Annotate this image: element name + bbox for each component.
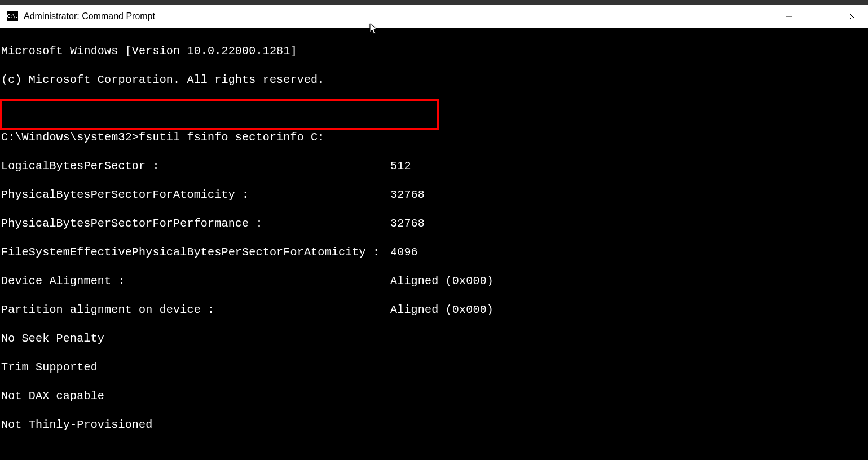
output-label: Device Alignment : <box>1 274 390 289</box>
blank-line <box>1 446 867 461</box>
output-row: PhysicalBytesPerSectorForPerformance :32… <box>1 216 867 231</box>
copyright-line: (c) Microsoft Corporation. All rights re… <box>1 73 867 87</box>
terminal-output[interactable]: Microsoft Windows [Version 10.0.22000.12… <box>0 28 868 460</box>
browser-tab-strip <box>0 0 868 5</box>
command-text: fsutil fsinfo sectorinfo C: <box>139 131 324 144</box>
window-controls <box>773 5 868 28</box>
maximize-icon <box>817 13 824 20</box>
output-flag: Trim Supported <box>1 360 867 375</box>
minimize-button[interactable] <box>773 5 805 28</box>
output-label: FileSystemEffectivePhysicalBytesPerSecto… <box>1 245 390 260</box>
os-version-line: Microsoft Windows [Version 10.0.22000.12… <box>1 44 867 59</box>
output-flag: Not Thinly-Provisioned <box>1 418 867 432</box>
cmd-icon: C:\. <box>7 11 18 21</box>
output-label: LogicalBytesPerSector : <box>1 159 390 174</box>
output-value: 4096 <box>390 245 418 260</box>
svg-rect-1 <box>818 14 823 19</box>
output-value: Aligned (0x000) <box>390 303 494 317</box>
output-label: PhysicalBytesPerSectorForAtomicity : <box>1 188 390 202</box>
close-button[interactable] <box>836 5 868 28</box>
output-row: LogicalBytesPerSector :512 <box>1 159 867 174</box>
output-value: 512 <box>390 159 411 174</box>
command-line: C:\Windows\system32>fsutil fsinfo sector… <box>1 130 867 145</box>
output-value: Aligned (0x000) <box>390 274 494 289</box>
close-icon <box>849 13 856 20</box>
maximize-button[interactable] <box>805 5 836 28</box>
output-flag: Not DAX capable <box>1 389 867 404</box>
output-value: 32768 <box>390 188 425 202</box>
window-title: Administrator: Command Prompt <box>24 11 773 21</box>
minimize-icon <box>786 13 792 20</box>
window-title-bar[interactable]: C:\. Administrator: Command Prompt <box>0 5 868 28</box>
output-label: Partition alignment on device : <box>1 303 390 317</box>
output-row: PhysicalBytesPerSectorForAtomicity :3276… <box>1 188 867 202</box>
output-row: FileSystemEffectivePhysicalBytesPerSecto… <box>1 245 867 260</box>
output-value: 32768 <box>390 216 425 231</box>
blank-line <box>1 101 867 116</box>
output-label: PhysicalBytesPerSectorForPerformance : <box>1 216 390 231</box>
output-flag: No Seek Penalty <box>1 331 867 346</box>
output-row: Partition alignment on device :Aligned (… <box>1 303 867 317</box>
prompt-path: C:\Windows\system32> <box>1 131 139 144</box>
output-row: Device Alignment :Aligned (0x000) <box>1 274 867 289</box>
